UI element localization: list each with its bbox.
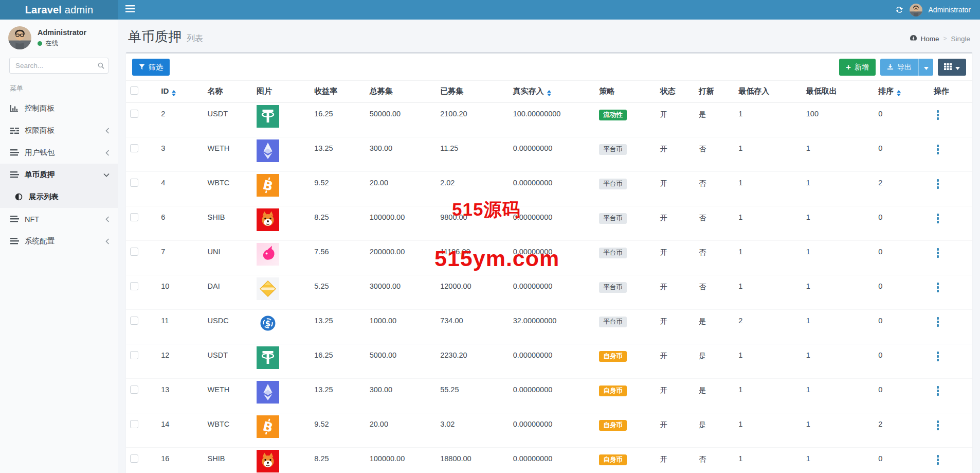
add-button[interactable]: + 新增 — [839, 59, 876, 76]
col-header-label: 真实存入 — [513, 86, 544, 95]
cell-value: 20.00 — [370, 179, 388, 187]
row-checkbox[interactable] — [130, 317, 138, 325]
col-header-label: 最低存入 — [738, 86, 769, 95]
cell-value: 18800.00 — [440, 454, 471, 463]
cell-value: 2.02 — [440, 179, 455, 187]
row-checkbox[interactable] — [130, 248, 138, 256]
table-row: 6SHIB8.25100000.009800.000.00000000平台币开否… — [126, 206, 972, 241]
cell-name: USDC — [204, 310, 252, 344]
cell-select — [126, 103, 157, 137]
row-checkbox[interactable] — [130, 144, 138, 152]
row-checkbox[interactable] — [130, 454, 138, 463]
cell-select — [126, 206, 157, 241]
cell-min-withdraw: 100 — [802, 103, 875, 137]
export-button[interactable]: 导出 — [880, 59, 918, 76]
cell-value: USDT — [208, 351, 228, 359]
cell-value: 1000.00 — [370, 317, 396, 325]
user-avatar — [8, 26, 31, 49]
filter-button[interactable]: 筛选 — [132, 59, 170, 76]
cell-rate: 9.52 — [310, 413, 365, 448]
refresh-button[interactable] — [895, 6, 903, 14]
cell-value: 100000.00 — [370, 454, 405, 463]
row-actions-button[interactable] — [934, 248, 942, 259]
row-actions-button[interactable] — [934, 110, 942, 121]
col-header-id[interactable]: ID — [157, 81, 203, 103]
breadcrumb-home[interactable]: Home — [910, 34, 939, 43]
row-actions-button[interactable] — [934, 282, 942, 294]
row-checkbox[interactable] — [130, 386, 138, 394]
col-header-sort[interactable]: 排序 — [874, 81, 929, 103]
row-checkbox[interactable] — [130, 110, 138, 118]
row-checkbox[interactable] — [130, 179, 138, 187]
cell-value: 2 — [161, 110, 165, 118]
cell-new-listing: 否 — [695, 137, 734, 172]
sidebar-item-dashboard[interactable]: 控制面板 — [0, 97, 118, 119]
cell-value: 200000.00 — [370, 248, 405, 256]
col-header-label: 最低取出 — [806, 86, 837, 95]
search-input[interactable] — [9, 58, 108, 74]
cell-value: 11.25 — [440, 144, 458, 152]
sidebar-item-permissions[interactable]: 权限面板 — [0, 119, 118, 142]
row-actions-button[interactable] — [934, 386, 942, 397]
usdt-coin-icon — [257, 346, 279, 369]
sidebar-item-nft[interactable]: NFT — [0, 208, 118, 230]
cell-value: 4 — [161, 179, 165, 187]
cell-value: 0.00000000 — [513, 386, 553, 394]
cell-value: DAI — [208, 282, 220, 290]
sort-icon[interactable] — [547, 90, 551, 96]
cell-raised: 2100.20 — [436, 103, 509, 137]
row-checkbox[interactable] — [130, 282, 138, 290]
row-actions-button[interactable] — [934, 420, 942, 432]
table-row: 16SHIB8.25100000.0018800.000.00000000自身币… — [126, 448, 972, 473]
sidebar-item-single-stake[interactable]: 单币质押 — [0, 164, 118, 186]
row-actions-button[interactable] — [934, 144, 942, 156]
cell-value: 0.00000000 — [513, 282, 553, 290]
search-icon[interactable] — [98, 62, 104, 71]
sidebar-item-label: NFT — [25, 215, 39, 223]
cell-image — [252, 344, 310, 379]
cell-status: 开 — [656, 344, 695, 379]
cell-value: 1 — [806, 351, 810, 359]
cell-value: 11 — [161, 317, 169, 325]
cell-raised: 18800.00 — [436, 448, 509, 473]
col-header-real-deposit[interactable]: 真实存入 — [509, 81, 595, 103]
navbar-username[interactable]: Administrator — [929, 6, 971, 14]
row-checkbox[interactable] — [130, 213, 138, 221]
menu-header: 菜单 — [0, 76, 118, 97]
export-dropdown-button[interactable] — [918, 59, 933, 76]
row-actions-button[interactable] — [934, 351, 942, 363]
cell-id: 7 — [157, 241, 203, 275]
column-toggle-button[interactable] — [938, 59, 966, 76]
select-all-checkbox[interactable] — [130, 86, 138, 95]
brand-logo[interactable]: Laravel admin — [0, 0, 118, 20]
row-actions-button[interactable] — [934, 317, 942, 328]
cell-status: 开 — [656, 275, 695, 310]
data-table: ID名称图片收益率总募集已募集真实存入策略状态打新最低存入最低取出排序操作 2U… — [126, 80, 972, 473]
cell-value: 开 — [660, 386, 668, 394]
sort-icon[interactable] — [897, 90, 901, 96]
sort-icon[interactable] — [172, 90, 176, 96]
sidebar-item-user-wallet[interactable]: 用户钱包 — [0, 142, 118, 164]
row-checkbox[interactable] — [130, 420, 138, 428]
cell-value: 2 — [878, 420, 882, 428]
row-checkbox[interactable] — [130, 351, 138, 359]
cell-id: 2 — [157, 103, 203, 137]
row-actions-button[interactable] — [934, 213, 942, 225]
cell-id: 14 — [157, 413, 203, 448]
table-row: 12USDT16.255000.002230.200.00000000自身币开是… — [126, 344, 972, 379]
cell-value: 0.00000000 — [513, 144, 553, 152]
col-header-image: 图片 — [252, 81, 310, 103]
table-header-row: ID名称图片收益率总募集已募集真实存入策略状态打新最低存入最低取出排序操作 — [126, 81, 972, 103]
sidebar-toggle-button[interactable] — [118, 0, 142, 20]
cell-value: USDC — [208, 317, 229, 325]
cell-value: 30000.00 — [370, 282, 401, 290]
user-avatar-small[interactable] — [910, 4, 922, 16]
table-row: 10DAI5.2530000.0012000.000.00000000平台币开否… — [126, 275, 972, 310]
row-actions-button[interactable] — [934, 179, 942, 190]
cell-strategy: 平台币 — [595, 241, 656, 275]
sidebar-item-system-config[interactable]: 系统配置 — [0, 230, 118, 252]
row-actions-button[interactable] — [934, 454, 942, 466]
table-row: 3WETH13.25300.0011.250.00000000平台币开否110 — [126, 137, 972, 172]
cell-raised: 3.02 — [436, 413, 509, 448]
sidebar-item-display-list[interactable]: 展示列表 — [0, 186, 118, 208]
